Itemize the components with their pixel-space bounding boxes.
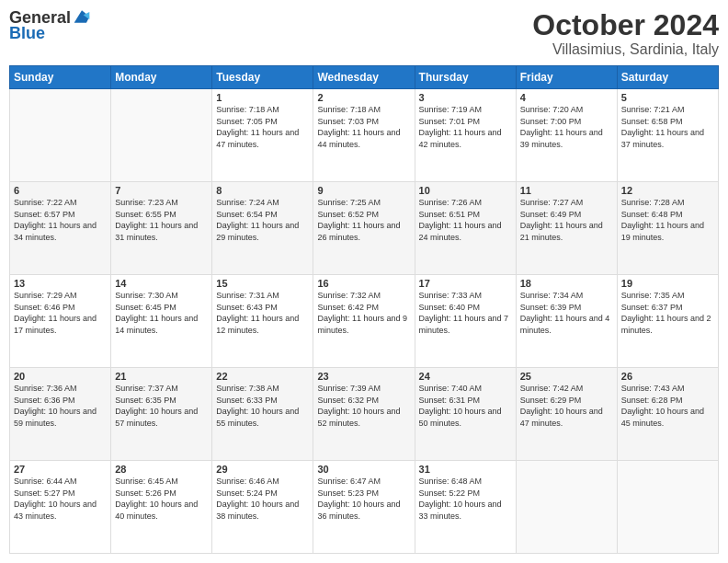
calendar-cell: 14Sunrise: 7:30 AM Sunset: 6:45 PM Dayli… [111, 275, 212, 368]
day-info: Sunrise: 7:29 AM Sunset: 6:46 PM Dayligh… [14, 290, 107, 336]
calendar-cell: 22Sunrise: 7:38 AM Sunset: 6:33 PM Dayli… [212, 368, 313, 461]
day-number: 25 [520, 371, 613, 382]
calendar-cell: 21Sunrise: 7:37 AM Sunset: 6:35 PM Dayli… [111, 368, 212, 461]
calendar-week-0: 1Sunrise: 7:18 AM Sunset: 7:05 PM Daylig… [10, 89, 719, 182]
day-info: Sunrise: 7:19 AM Sunset: 7:01 PM Dayligh… [419, 104, 512, 150]
day-number: 11 [520, 185, 613, 196]
calendar-cell: 13Sunrise: 7:29 AM Sunset: 6:46 PM Dayli… [10, 275, 111, 368]
day-number: 24 [419, 371, 512, 382]
day-number: 2 [317, 92, 410, 103]
calendar-week-1: 6Sunrise: 7:22 AM Sunset: 6:57 PM Daylig… [10, 182, 719, 275]
day-number: 14 [115, 278, 208, 289]
calendar-week-3: 20Sunrise: 7:36 AM Sunset: 6:36 PM Dayli… [10, 368, 719, 461]
day-number: 7 [115, 185, 208, 196]
day-number: 18 [520, 278, 613, 289]
page-title: October 2024 [532, 9, 719, 41]
header-wednesday: Wednesday [313, 66, 415, 89]
header-friday: Friday [516, 66, 617, 89]
day-info: Sunrise: 7:40 AM Sunset: 6:31 PM Dayligh… [419, 383, 512, 429]
day-number: 16 [317, 278, 410, 289]
day-info: Sunrise: 7:23 AM Sunset: 6:55 PM Dayligh… [115, 197, 208, 243]
calendar-cell: 7Sunrise: 7:23 AM Sunset: 6:55 PM Daylig… [111, 182, 212, 275]
day-info: Sunrise: 7:42 AM Sunset: 6:29 PM Dayligh… [520, 383, 613, 429]
header: General Blue October 2024 Villasimius, S… [9, 9, 719, 58]
page: General Blue October 2024 Villasimius, S… [0, 0, 728, 563]
day-info: Sunrise: 7:18 AM Sunset: 7:05 PM Dayligh… [216, 104, 309, 150]
day-number: 8 [216, 185, 309, 196]
calendar-table: Sunday Monday Tuesday Wednesday Thursday… [9, 65, 719, 554]
day-info: Sunrise: 6:48 AM Sunset: 5:22 PM Dayligh… [419, 476, 512, 522]
calendar-cell: 24Sunrise: 7:40 AM Sunset: 6:31 PM Dayli… [415, 368, 516, 461]
day-info: Sunrise: 6:47 AM Sunset: 5:23 PM Dayligh… [317, 476, 410, 522]
day-info: Sunrise: 7:27 AM Sunset: 6:49 PM Dayligh… [520, 197, 613, 243]
calendar-cell: 9Sunrise: 7:25 AM Sunset: 6:52 PM Daylig… [313, 182, 415, 275]
calendar-cell: 4Sunrise: 7:20 AM Sunset: 7:00 PM Daylig… [516, 89, 617, 182]
calendar-cell: 8Sunrise: 7:24 AM Sunset: 6:54 PM Daylig… [212, 182, 313, 275]
day-info: Sunrise: 7:21 AM Sunset: 6:58 PM Dayligh… [621, 104, 714, 150]
logo-icon [73, 7, 91, 26]
day-info: Sunrise: 7:20 AM Sunset: 7:00 PM Dayligh… [520, 104, 613, 150]
day-info: Sunrise: 7:26 AM Sunset: 6:51 PM Dayligh… [419, 197, 512, 243]
day-number: 9 [317, 185, 410, 196]
calendar-cell [617, 461, 718, 554]
calendar-cell: 10Sunrise: 7:26 AM Sunset: 6:51 PM Dayli… [415, 182, 516, 275]
day-info: Sunrise: 7:43 AM Sunset: 6:28 PM Dayligh… [621, 383, 714, 429]
day-number: 10 [419, 185, 512, 196]
header-monday: Monday [111, 66, 212, 89]
day-number: 3 [419, 92, 512, 103]
day-info: Sunrise: 7:22 AM Sunset: 6:57 PM Dayligh… [14, 197, 107, 243]
day-number: 12 [621, 185, 714, 196]
calendar-cell: 25Sunrise: 7:42 AM Sunset: 6:29 PM Dayli… [516, 368, 617, 461]
day-number: 31 [419, 464, 512, 475]
day-info: Sunrise: 7:31 AM Sunset: 6:43 PM Dayligh… [216, 290, 309, 336]
day-info: Sunrise: 7:35 AM Sunset: 6:37 PM Dayligh… [621, 290, 714, 336]
logo: General Blue [9, 9, 91, 43]
day-number: 1 [216, 92, 309, 103]
day-number: 30 [317, 464, 410, 475]
calendar-cell: 19Sunrise: 7:35 AM Sunset: 6:37 PM Dayli… [617, 275, 718, 368]
day-info: Sunrise: 7:30 AM Sunset: 6:45 PM Dayligh… [115, 290, 208, 336]
day-number: 6 [14, 185, 107, 196]
calendar-cell: 2Sunrise: 7:18 AM Sunset: 7:03 PM Daylig… [313, 89, 415, 182]
calendar-cell: 20Sunrise: 7:36 AM Sunset: 6:36 PM Dayli… [10, 368, 111, 461]
day-number: 21 [115, 371, 208, 382]
header-saturday: Saturday [617, 66, 718, 89]
day-number: 22 [216, 371, 309, 382]
calendar-cell: 28Sunrise: 6:45 AM Sunset: 5:26 PM Dayli… [111, 461, 212, 554]
day-info: Sunrise: 7:25 AM Sunset: 6:52 PM Dayligh… [317, 197, 410, 243]
day-info: Sunrise: 7:32 AM Sunset: 6:42 PM Dayligh… [317, 290, 410, 336]
day-info: Sunrise: 6:46 AM Sunset: 5:24 PM Dayligh… [216, 476, 309, 522]
day-number: 15 [216, 278, 309, 289]
day-number: 19 [621, 278, 714, 289]
calendar-cell: 31Sunrise: 6:48 AM Sunset: 5:22 PM Dayli… [415, 461, 516, 554]
day-number: 13 [14, 278, 107, 289]
day-number: 5 [621, 92, 714, 103]
day-info: Sunrise: 7:36 AM Sunset: 6:36 PM Dayligh… [14, 383, 107, 429]
calendar-cell: 12Sunrise: 7:28 AM Sunset: 6:48 PM Dayli… [617, 182, 718, 275]
header-sunday: Sunday [10, 66, 111, 89]
day-info: Sunrise: 7:34 AM Sunset: 6:39 PM Dayligh… [520, 290, 613, 336]
day-number: 4 [520, 92, 613, 103]
header-tuesday: Tuesday [212, 66, 313, 89]
day-info: Sunrise: 6:44 AM Sunset: 5:27 PM Dayligh… [14, 476, 107, 522]
day-info: Sunrise: 7:39 AM Sunset: 6:32 PM Dayligh… [317, 383, 410, 429]
calendar-cell [10, 89, 111, 182]
day-number: 23 [317, 371, 410, 382]
calendar-header-row: Sunday Monday Tuesday Wednesday Thursday… [10, 66, 719, 89]
calendar-cell [516, 461, 617, 554]
day-info: Sunrise: 7:28 AM Sunset: 6:48 PM Dayligh… [621, 197, 714, 243]
day-number: 28 [115, 464, 208, 475]
header-thursday: Thursday [415, 66, 516, 89]
day-info: Sunrise: 6:45 AM Sunset: 5:26 PM Dayligh… [115, 476, 208, 522]
calendar-cell: 29Sunrise: 6:46 AM Sunset: 5:24 PM Dayli… [212, 461, 313, 554]
calendar-cell: 3Sunrise: 7:19 AM Sunset: 7:01 PM Daylig… [415, 89, 516, 182]
calendar-cell: 16Sunrise: 7:32 AM Sunset: 6:42 PM Dayli… [313, 275, 415, 368]
calendar-cell: 5Sunrise: 7:21 AM Sunset: 6:58 PM Daylig… [617, 89, 718, 182]
day-info: Sunrise: 7:18 AM Sunset: 7:03 PM Dayligh… [317, 104, 410, 150]
calendar-cell: 15Sunrise: 7:31 AM Sunset: 6:43 PM Dayli… [212, 275, 313, 368]
calendar-cell: 23Sunrise: 7:39 AM Sunset: 6:32 PM Dayli… [313, 368, 415, 461]
day-info: Sunrise: 7:37 AM Sunset: 6:35 PM Dayligh… [115, 383, 208, 429]
calendar-week-2: 13Sunrise: 7:29 AM Sunset: 6:46 PM Dayli… [10, 275, 719, 368]
day-info: Sunrise: 7:24 AM Sunset: 6:54 PM Dayligh… [216, 197, 309, 243]
calendar-cell: 27Sunrise: 6:44 AM Sunset: 5:27 PM Dayli… [10, 461, 111, 554]
